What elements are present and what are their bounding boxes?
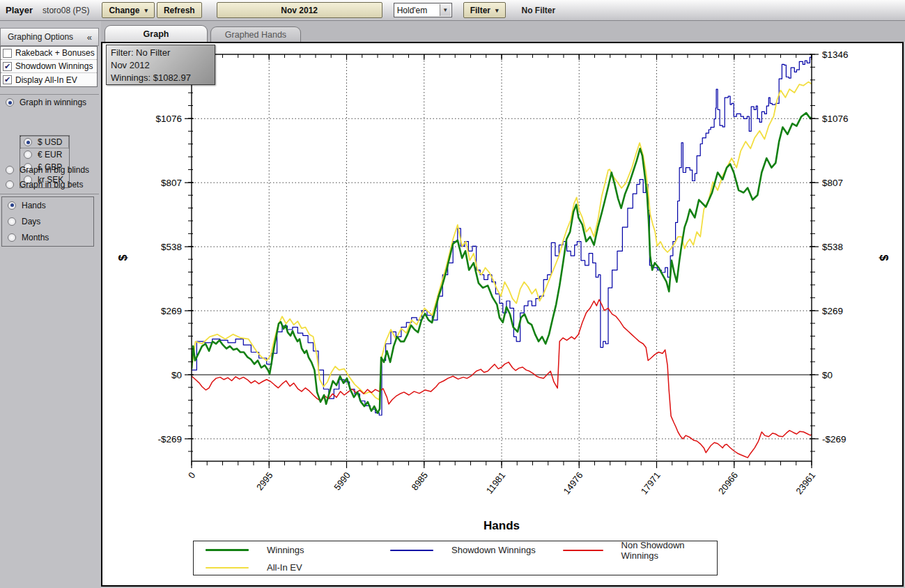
radio-icon[interactable]	[8, 217, 16, 226]
checkbox-icon[interactable]: ✔	[3, 49, 12, 58]
graph-panel	[101, 42, 904, 587]
radio-icon[interactable]	[8, 201, 16, 210]
checkbox-group: ✔ Rakeback + Bonuses ✔ Showdown Winnings…	[0, 46, 98, 87]
checkbox-showdown-winnings[interactable]: ✔ Showdown Winnings	[1, 60, 97, 73]
radio-days[interactable]: Days	[2, 213, 93, 229]
refresh-button[interactable]: Refresh	[157, 2, 202, 18]
radio-icon[interactable]	[8, 233, 16, 242]
radio-months[interactable]: Months	[2, 229, 93, 245]
filter-status: No Filter	[522, 6, 556, 15]
radio-eur[interactable]: € EUR	[20, 148, 69, 161]
radio-graph-in-winnings[interactable]: Graph in winnings	[6, 98, 86, 107]
tab-graph[interactable]: Graph	[105, 25, 208, 42]
all-in-ev-line-swatch	[206, 567, 249, 568]
tab-graphed-hands[interactable]: Graphed Hands	[210, 26, 301, 42]
radio-graph-in-big-bets[interactable]: Graph in big bets	[6, 180, 83, 189]
radio-icon[interactable]	[24, 150, 32, 159]
legend-item-all-in-ev: All-In EV	[206, 562, 390, 573]
collapse-sidebar-icon[interactable]: «	[87, 32, 92, 42]
chart-legend: Winnings Showdown Winnings Non Showdown …	[193, 541, 718, 575]
legend-item-showdown-winnings: Showdown Winnings	[390, 545, 563, 555]
top-toolbar: Player storo08 (PS) Change▾ Refresh Nov …	[0, 0, 905, 21]
x-unit-group: Hands Days Months	[1, 196, 94, 247]
game-type-select[interactable]: Hold'em ▼	[394, 3, 452, 17]
radio-icon[interactable]	[24, 138, 32, 146]
divider	[0, 94, 99, 95]
chart-tooltip: Filter: No Filter Nov 2012 Winnings: $10…	[106, 45, 215, 85]
sidebar-header: Graphing Options «	[0, 28, 99, 46]
date-range-button[interactable]: Nov 2012	[217, 2, 382, 18]
checkbox-display-all-in-ev[interactable]: ✔ Display All-In EV	[1, 73, 97, 86]
radio-icon[interactable]	[6, 98, 14, 107]
showdown-line-swatch	[390, 550, 433, 551]
non-showdown-line-swatch	[563, 550, 603, 551]
filter-button[interactable]: Filter▾	[463, 2, 506, 18]
tooltip-winnings: Winnings: $1082.97	[111, 72, 210, 84]
tab-strip: Graph Graphed Hands	[101, 21, 905, 42]
legend-item-non-showdown-winnings: Non Showdown Winnings	[563, 540, 717, 561]
legend-item-winnings: Winnings	[206, 545, 390, 555]
radio-graph-in-big-blinds[interactable]: Graph in big blinds	[6, 165, 89, 175]
checkbox-icon[interactable]: ✔	[3, 75, 12, 84]
checkbox-icon[interactable]: ✔	[3, 62, 12, 71]
radio-icon[interactable]	[6, 180, 14, 189]
tooltip-daterange: Nov 2012	[111, 59, 210, 72]
player-name: storo08 (PS)	[42, 6, 89, 15]
winnings-line-swatch	[206, 549, 249, 551]
radio-hands[interactable]: Hands	[2, 197, 93, 213]
change-button[interactable]: Change▾	[102, 2, 155, 18]
tooltip-filter: Filter: No Filter	[111, 47, 210, 59]
radio-usd[interactable]: $ USD	[20, 136, 69, 148]
divider	[0, 194, 99, 194]
dropdown-arrow-icon[interactable]: ▼	[440, 4, 451, 16]
radio-icon[interactable]	[6, 166, 14, 174]
checkbox-rakeback-bonuses[interactable]: ✔ Rakeback + Bonuses	[1, 47, 97, 60]
graphing-options-sidebar: Graphing Options « ✔ Rakeback + Bonuses …	[0, 26, 100, 588]
player-label: Player	[6, 5, 33, 15]
chevron-down-icon: ▾	[144, 7, 148, 14]
chevron-down-icon: ▾	[495, 7, 499, 14]
